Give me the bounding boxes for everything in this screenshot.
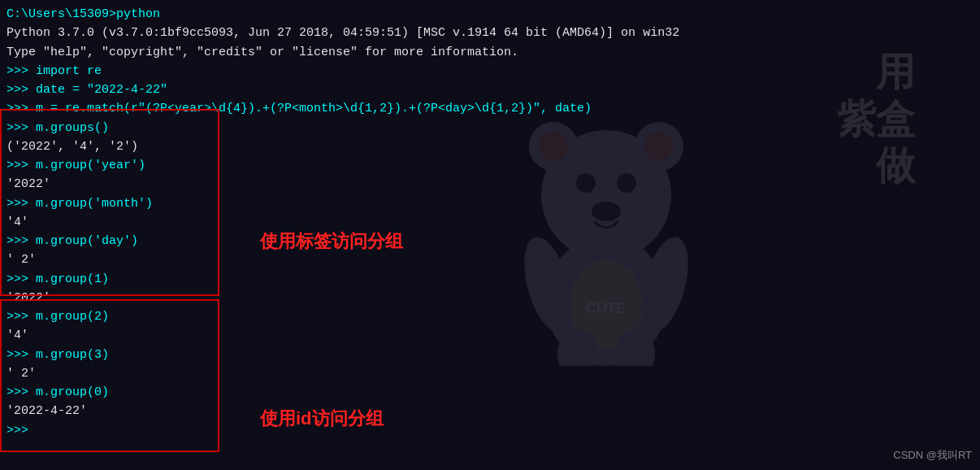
terminal-line-10: >>> m.group('month') xyxy=(7,194,973,213)
terminal-line-13: ' 2' xyxy=(7,250,973,269)
csdn-credit: CSDN @我叫RT xyxy=(893,447,972,463)
terminal-line-0: C:\Users\15309>python xyxy=(7,5,973,24)
terminal-line-14: >>> m.group(1) xyxy=(7,270,973,289)
terminal-line-21: '2022-4-22' xyxy=(7,402,973,420)
terminal-line-20: >>> m.group(0) xyxy=(7,383,973,402)
terminal-line-3: >>> import re xyxy=(7,62,973,81)
terminal-line-16: >>> m.group(2) xyxy=(7,307,973,326)
terminal-line-11: '4' xyxy=(7,213,973,232)
terminal-line-7: ('2022', '4', '2') xyxy=(7,137,973,156)
terminal-line-15: '2022' xyxy=(7,289,973,307)
terminal-line-17: '4' xyxy=(7,326,973,345)
terminal-line-19: ' 2' xyxy=(7,364,973,383)
terminal-line-8: >>> m.group('year') xyxy=(7,156,973,175)
terminal-line-5: >>> m = re.match(r"(?P<year>\d{4}).+(?P<… xyxy=(7,99,973,118)
terminal-line-12: >>> m.group('day') xyxy=(7,232,973,250)
terminal-line-2: Type "help", "copyright", "credits" or "… xyxy=(7,43,973,62)
terminal-line-1: Python 3.7.0 (v3.7.0:1bf9cc5093, Jun 27 … xyxy=(7,24,973,42)
terminal-line-6: >>> m.groups() xyxy=(7,119,973,137)
terminal-line-9: '2022' xyxy=(7,175,973,194)
terminal-last-prompt: >>> xyxy=(7,421,973,440)
terminal-line-4: >>> date = "2022-4-22" xyxy=(7,81,973,99)
terminal-window: C:\Users\15309>python Python 3.7.0 (v3.7… xyxy=(0,0,980,470)
terminal-line-18: >>> m.group(3) xyxy=(7,346,973,364)
